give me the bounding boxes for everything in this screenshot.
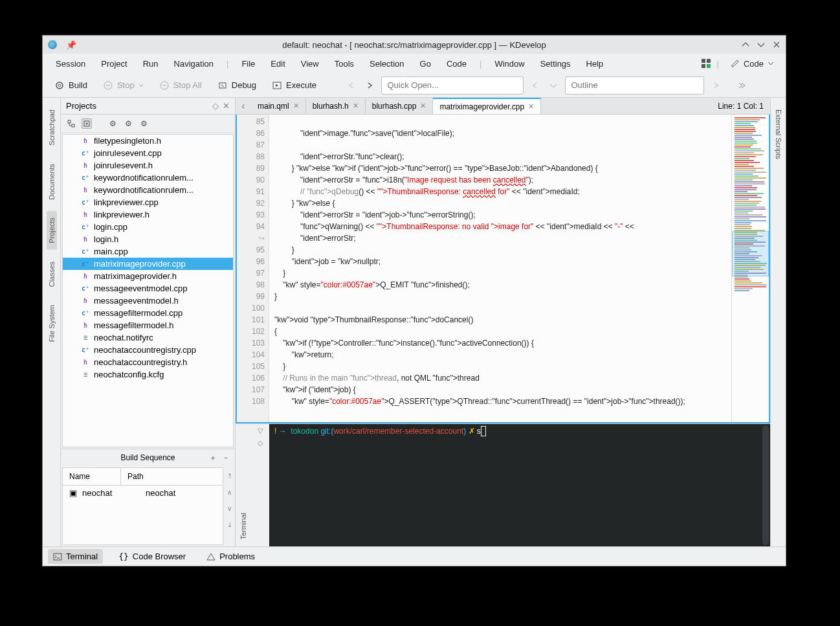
stop-all-button[interactable]: Stop All xyxy=(154,78,207,93)
move-up-button[interactable]: ∧ xyxy=(226,485,234,500)
menu-selection[interactable]: Selection xyxy=(363,56,410,71)
terminal-icon xyxy=(53,552,62,561)
quick-open-input[interactable] xyxy=(381,76,524,95)
maximize-button[interactable] xyxy=(757,41,765,49)
menu-session[interactable]: Session xyxy=(49,56,92,71)
terminal-body[interactable]: ! → tokodon git:(work/carl/remember-sele… xyxy=(269,424,770,546)
tree-mode-icon[interactable] xyxy=(66,118,76,129)
gear-icon[interactable]: ⚙ xyxy=(138,118,149,129)
add-button[interactable]: ＋ xyxy=(209,453,217,464)
file-tree[interactable]: hfiletypesingleton.hc⁺joinrulesevent.cpp… xyxy=(62,134,234,447)
nav-forward-button[interactable] xyxy=(363,79,376,92)
file-item[interactable]: hmatriximageprovider.h xyxy=(63,270,233,282)
file-item[interactable]: c⁺messagefiltermodel.cpp xyxy=(63,307,233,319)
file-item[interactable]: c⁺neochataccountregistry.cpp xyxy=(63,344,233,356)
move-top-button[interactable]: ⤒ xyxy=(226,469,234,484)
editor-tab[interactable]: blurhash.h✕ xyxy=(306,98,366,114)
file-item[interactable]: c⁺main.cpp xyxy=(63,245,233,258)
rail-filesystem[interactable]: File System xyxy=(47,298,57,348)
col-path[interactable]: Path xyxy=(121,468,223,485)
terminal-scrollbar[interactable] xyxy=(762,425,769,545)
file-item[interactable]: hfiletypesingleton.h xyxy=(63,135,233,147)
close-button[interactable] xyxy=(773,41,780,49)
debug-button[interactable]: Debug xyxy=(212,78,261,93)
file-item[interactable]: ≡neochat.notifyrc xyxy=(63,331,233,344)
menu-view[interactable]: View xyxy=(294,56,326,71)
tab-close-icon[interactable]: ✕ xyxy=(528,102,534,111)
move-down-button[interactable]: ∨ xyxy=(226,501,234,516)
minimap-viewport[interactable] xyxy=(732,231,769,276)
tab-close-icon[interactable]: ✕ xyxy=(353,102,359,110)
file-icon: c⁺ xyxy=(81,346,90,355)
file-item[interactable]: hneochataccountregistry.h xyxy=(63,356,233,368)
code-editor[interactable]: 85868788899091929394↪9596979899100101102… xyxy=(236,115,770,423)
menu-go[interactable]: Go xyxy=(414,56,437,71)
menu-settings[interactable]: Settings xyxy=(534,56,577,71)
bottom-terminal-tab[interactable]: Terminal xyxy=(48,549,103,564)
remove-button[interactable]: － xyxy=(222,453,230,464)
file-item[interactable]: c⁺matriximageprovider.cpp xyxy=(63,258,233,270)
menu-navigation[interactable]: Navigation xyxy=(168,56,220,71)
build-button[interactable]: Build xyxy=(49,78,93,93)
file-item[interactable]: c⁺linkpreviewer.cpp xyxy=(63,196,233,208)
stop-button[interactable]: Stop xyxy=(98,78,149,93)
menu-code[interactable]: Code xyxy=(440,56,473,71)
minimap[interactable] xyxy=(731,115,769,422)
file-name: neochataccountregistry.h xyxy=(94,357,187,367)
rail-scratchpad[interactable]: Scratchpad xyxy=(47,103,57,152)
diamond-icon[interactable]: ◇ xyxy=(258,439,263,447)
tab-close-icon[interactable]: ✕ xyxy=(420,102,426,110)
minimize-button[interactable] xyxy=(742,41,749,49)
menu-run[interactable]: Run xyxy=(137,56,165,71)
bottom-problems-tab[interactable]: Problems xyxy=(201,549,260,564)
editor-tab[interactable]: matriximageprovider.cpp✕ xyxy=(433,98,541,114)
rail-projects[interactable]: Projects xyxy=(47,211,57,250)
editor-tab[interactable]: blurhash.cpp✕ xyxy=(366,98,434,114)
tab-scroll-left[interactable]: ‹ xyxy=(236,98,251,114)
move-bottom-button[interactable]: ⤓ xyxy=(226,517,234,532)
file-item[interactable]: hmessagefiltermodel.h xyxy=(63,319,233,331)
outline-input[interactable] xyxy=(565,76,704,95)
file-item[interactable]: c⁺joinrulesevent.cpp xyxy=(63,147,233,159)
editor-tab[interactable]: main.qml✕ xyxy=(251,98,306,114)
terminal-rail-label[interactable]: Terminal xyxy=(238,506,249,546)
file-item[interactable]: c⁺login.cpp xyxy=(63,221,233,233)
file-item[interactable]: hlinkpreviewer.h xyxy=(63,208,233,221)
rail-classes[interactable]: Classes xyxy=(47,255,57,293)
file-item[interactable]: hjoinrulesevent.h xyxy=(63,159,233,172)
menu-help[interactable]: Help xyxy=(580,56,610,71)
col-name[interactable]: Name xyxy=(63,468,121,485)
collapse-icon[interactable]: ▽ xyxy=(258,427,263,435)
menu-edit[interactable]: Edit xyxy=(264,56,291,71)
gear-icon[interactable]: ⚙ xyxy=(107,118,118,129)
area-switcher-icon[interactable] xyxy=(702,59,711,68)
menu-file[interactable]: File xyxy=(235,56,261,71)
file-item[interactable]: hmessageeventmodel.h xyxy=(63,295,233,307)
menu-tools[interactable]: Tools xyxy=(328,56,360,71)
bottom-code-browser-tab[interactable]: {} Code Browser xyxy=(113,549,191,564)
nav-back-button[interactable] xyxy=(345,79,358,92)
build-sequence-row[interactable]: ▣ neochat neochat xyxy=(63,486,223,500)
pin-icon[interactable]: 📌 xyxy=(66,40,76,50)
file-item[interactable]: ≡neochatconfig.kcfg xyxy=(63,368,233,381)
file-item[interactable]: c⁺messageeventmodel.cpp xyxy=(63,282,233,295)
gear-icon[interactable]: ⚙ xyxy=(123,118,133,129)
file-item[interactable]: hlogin.h xyxy=(63,233,233,245)
panel-close-icon[interactable]: ✕ xyxy=(223,101,230,111)
outline-go-button[interactable] xyxy=(709,79,722,92)
execute-button[interactable]: Execute xyxy=(267,78,322,93)
file-item[interactable]: hkeywordnotificationrulem... xyxy=(63,184,233,196)
rail-documents[interactable]: Documents xyxy=(47,157,57,207)
code-body[interactable]: "ident">image."func">save("ident">localF… xyxy=(269,115,731,422)
menu-project[interactable]: Project xyxy=(94,56,133,71)
toolbar-overflow-button[interactable] xyxy=(735,79,748,92)
tab-close-icon[interactable]: ✕ xyxy=(293,102,299,110)
file-item[interactable]: c⁺keywordnotificationrulem... xyxy=(63,172,233,184)
flat-mode-icon[interactable] xyxy=(82,118,92,129)
menu-window[interactable]: Window xyxy=(488,56,531,71)
outline-next-button[interactable] xyxy=(547,79,560,92)
code-area-button[interactable]: Code xyxy=(725,56,779,71)
rail-external-scripts[interactable]: External Scripts xyxy=(773,103,784,166)
panel-detach-icon[interactable]: ◇ xyxy=(212,101,219,111)
outline-prev-button[interactable] xyxy=(529,79,542,92)
